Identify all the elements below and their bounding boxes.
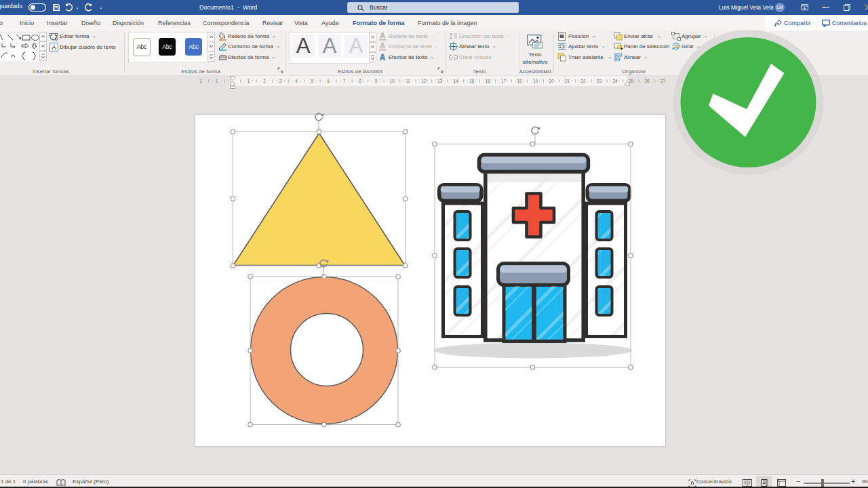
svg-text:6: 6 [327,79,330,83]
svg-text:16: 16 [485,79,490,83]
svg-text:1: 1 [248,79,250,83]
svg-text:17: 17 [501,79,507,83]
svg-text:7: 7 [343,79,346,83]
svg-text:11: 11 [406,79,410,83]
svg-text:15: 15 [469,79,475,83]
svg-text:21: 21 [565,79,570,83]
svg-text:A: A [380,32,384,39]
svg-text:24: 24 [612,79,618,83]
svg-text:5: 5 [311,79,314,83]
svg-text:A: A [380,53,385,61]
svg-text:20: 20 [549,79,554,83]
svg-text:25: 25 [629,79,634,83]
svg-text:A: A [52,44,56,51]
svg-text:10: 10 [389,79,395,83]
svg-text:19: 19 [533,79,538,83]
svg-text:9: 9 [375,79,378,83]
svg-text:13: 13 [437,79,443,83]
svg-text:A: A [380,42,384,49]
svg-text:23: 23 [597,79,602,83]
svg-text:22: 22 [580,79,586,83]
svg-text:8: 8 [359,79,361,83]
svg-text:14: 14 [453,79,458,83]
svg-text:26: 26 [644,79,650,83]
svg-text:3: 3 [279,79,282,83]
svg-text:4: 4 [295,79,298,83]
svg-text:27: 27 [660,79,666,83]
svg-text:12: 12 [421,79,427,83]
svg-text:1: 1 [216,79,218,83]
svg-text:2: 2 [199,79,202,83]
svg-text:2: 2 [263,79,266,83]
svg-text:18: 18 [517,79,522,83]
